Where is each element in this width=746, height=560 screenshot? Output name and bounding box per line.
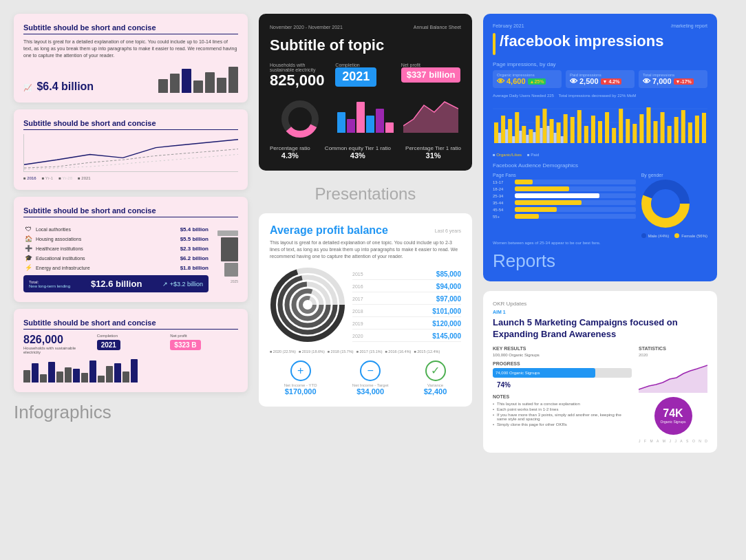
key-results-label: KEY RESULTS [493, 346, 632, 351]
bar [347, 119, 355, 133]
pb-item-2: − Net Income - Target $34,000 [352, 360, 389, 396]
pb-label: Net Income - YTD [284, 383, 317, 387]
svg-rect-27 [571, 117, 575, 143]
bar-label: 55+ [493, 215, 512, 219]
households-val: 826,000 [23, 334, 92, 346]
demo-title: Facebook Audience Demographics [493, 162, 707, 169]
svg-rect-34 [619, 109, 623, 143]
notes-label: NOTES [493, 394, 632, 399]
note-item: This layout is suited for a concise expl… [493, 402, 632, 406]
svg-rect-42 [674, 117, 679, 143]
completion-label: Completion [97, 334, 165, 338]
total-val: 👁 7,000 ▼-17% [643, 77, 703, 85]
bar [106, 366, 113, 383]
plus-icon: + [290, 360, 311, 381]
svg-rect-30 [591, 116, 595, 143]
pres-header: November 2020 - November 2021 Annual Bal… [270, 25, 461, 30]
table-row: 🎓 Educational institutions $6.2 billion [23, 253, 209, 263]
table-row: 🏠 Housing associations $5.5 billion [23, 234, 209, 244]
svg-rect-44 [688, 122, 692, 143]
total-value: $12.6 billion [91, 279, 142, 289]
presentation-card: November 2020 - November 2021 Annual Bal… [259, 14, 472, 171]
card-infographic-2: Subtitle should be short and concise ■ 2… [14, 109, 248, 190]
bar [89, 360, 96, 383]
svg-rect-51 [526, 135, 529, 143]
bar-label: 25-34 [493, 194, 512, 198]
pv-year: 2018 [352, 309, 363, 314]
row-icon: ➕ [23, 245, 33, 252]
pb-label: Net Income - Target [352, 383, 389, 387]
svg-rect-47 [498, 133, 501, 143]
bar [81, 373, 88, 383]
profit-legend: ■ 2020 (22.5%) ■ 2019 (18.6%) ■ 2018 (15… [270, 349, 461, 354]
facebook-card: February 2021 /marketing report /faceboo… [483, 14, 717, 281]
legend-item: ■ 2016 (16.4%) [385, 349, 412, 354]
pres-metric-label: Net profit [401, 63, 461, 67]
svg-rect-48 [505, 129, 508, 143]
bar-fill [515, 180, 533, 184]
bar-track [515, 180, 636, 184]
pres-metric-val: 2021 [335, 67, 376, 87]
svg-rect-31 [598, 121, 602, 143]
row-value: $1.8 billion [180, 265, 209, 271]
bar-fill [515, 193, 599, 198]
psv-1: Percentage ratio 4.3% [270, 145, 310, 160]
pv-val: $94,000 [436, 283, 461, 290]
okr-left: KEY RESULTS 100,000 Organic Signups PROG… [493, 346, 632, 443]
note-item: Simply clone this page for other OKRs [493, 422, 632, 427]
bar-chart-1 [158, 65, 238, 93]
year-label: J [669, 439, 671, 443]
pv-val: $97,000 [436, 295, 461, 303]
pres-type: Annual Balance Sheet [414, 25, 461, 30]
legend-organic: ■ Organic/Likes [493, 153, 522, 157]
demo-bar-item: 13-17 [493, 180, 636, 184]
demo-bar-item: 25-34 [493, 193, 636, 198]
legend-item: ■ Yr-1 [42, 176, 54, 180]
stat-block-completion: Completion 2021 [97, 334, 165, 350]
bar [205, 72, 215, 93]
households-label: Households with sustainable electricity [23, 346, 92, 354]
card4-title: Subtitle should be short and concise [23, 319, 238, 330]
card-infographic-3: Subtitle should be short and concise 🛡 L… [14, 197, 248, 302]
total-sublabel: New long-term lending [29, 284, 70, 288]
candle-legend: ■ Organic/Likes ■ Paid [493, 153, 707, 157]
row-value: $5.5 billion [180, 236, 209, 242]
table-row: ⚡ Energy and infrastructure $1.8 billion [23, 263, 209, 272]
pv-val: $85,000 [436, 270, 461, 278]
svg-rect-20 [522, 126, 526, 143]
svg-rect-49 [512, 136, 515, 143]
okr-notes: This layout is suited for a concise expl… [493, 402, 632, 427]
bar [376, 109, 384, 133]
fb-note: Average Daily Users Needed 225 Total imp… [493, 94, 707, 98]
row-value: $6.2 billion [180, 255, 209, 261]
svg-rect-40 [661, 112, 665, 143]
svg-rect-56 [561, 136, 564, 143]
legend-item: ■ Yr-28 [58, 176, 72, 180]
progress-track: 74,000 Organic Signups [493, 368, 632, 378]
svg-rect-55 [554, 133, 557, 143]
svg-rect-19 [515, 112, 519, 143]
bar [217, 78, 226, 93]
bar-label: 35-44 [493, 201, 512, 205]
pv-year: 2019 [352, 321, 363, 326]
psv-label: Percentage ratio [270, 145, 310, 151]
total-growth: ↗ +$3.2 billion [162, 281, 203, 288]
legend-item: ■ 2020 (22.5%) [270, 349, 296, 354]
year-label: S [686, 439, 688, 443]
title-accent [493, 33, 495, 55]
svg-rect-22 [535, 116, 540, 143]
pb-item-3: ✓ Variance $2,400 [424, 360, 447, 396]
okr-card: OKR Updates AIM 1 Launch 5 Marketing Cam… [483, 291, 717, 453]
year-label: M [650, 439, 652, 443]
profit-label: Net profit [170, 334, 238, 338]
table-row: ➕ Healthcare institutions $2.3 billion [23, 244, 209, 253]
svg-rect-54 [547, 126, 550, 143]
table-row: 🛡 Local authorities $5.4 billion [23, 224, 209, 234]
progress-text: 74,000 Organic Signups [495, 371, 540, 375]
male-label: Male (44%) [648, 234, 670, 238]
pv-year: 2015 [352, 272, 363, 277]
key-results: 100,000 Organic Signups [493, 353, 632, 357]
pv-year: 2016 [352, 284, 363, 289]
pv-row: 2016 $94,000 [352, 283, 461, 292]
fb-header: February 2021 /marketing report [493, 23, 707, 28]
